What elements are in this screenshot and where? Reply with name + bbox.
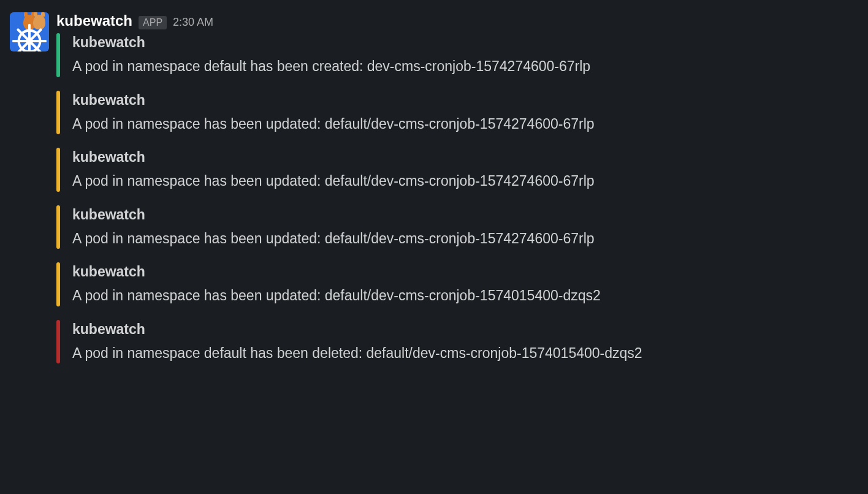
attachment-text: A pod in namespace default has been dele… [72,343,858,364]
attachment-title: kubewatch [72,264,858,280]
attachment-title: kubewatch [72,92,858,108]
attachment: kubewatchA pod in namespace has been upd… [56,205,858,249]
attachment-color-bar [56,148,60,192]
sender-name[interactable]: kubewatch [56,12,132,29]
attachment-text: A pod in namespace has been updated: def… [72,228,858,249]
app-badge: APP [139,16,167,29]
attachment-text: A pod in namespace has been updated: def… [72,170,858,192]
avatar[interactable] [10,12,49,51]
attachment-content: kubewatchA pod in namespace default has … [72,320,858,364]
attachment-title: kubewatch [72,207,858,223]
attachment-text: A pod in namespace has been updated: def… [72,113,858,135]
attachment-title: kubewatch [72,34,858,51]
ship-wheel-icon [12,23,47,51]
attachment-content: kubewatchA pod in namespace has been upd… [72,91,858,135]
attachment-title: kubewatch [72,321,858,338]
attachment-color-bar [56,262,60,306]
attachment: kubewatchA pod in namespace default has … [56,320,858,364]
attachment-color-bar [56,205,60,249]
attachment-color-bar [56,320,60,364]
attachment: kubewatchA pod in namespace has been upd… [56,262,858,306]
attachment-text: A pod in namespace default has been crea… [72,56,858,77]
attachment-content: kubewatchA pod in namespace has been upd… [72,262,858,306]
attachment-title: kubewatch [72,149,858,165]
attachments-list: kubewatchA pod in namespace default has … [56,33,858,363]
message-body: kubewatch APP 2:30 AM kubewatchA pod in … [56,12,858,363]
attachment-text: A pod in namespace has been updated: def… [72,285,858,306]
attachment: kubewatchA pod in namespace has been upd… [56,148,858,192]
timestamp[interactable]: 2:30 AM [173,16,213,29]
attachment-color-bar [56,91,60,135]
attachment-content: kubewatchA pod in namespace has been upd… [72,148,858,192]
attachment-content: kubewatchA pod in namespace has been upd… [72,205,858,249]
attachment: kubewatchA pod in namespace default has … [56,33,858,77]
message-header: kubewatch APP 2:30 AM [56,12,858,29]
attachment-content: kubewatchA pod in namespace default has … [72,33,858,77]
attachment: kubewatchA pod in namespace has been upd… [56,91,858,135]
attachment-color-bar [56,33,60,77]
slack-message: kubewatch APP 2:30 AM kubewatchA pod in … [10,12,858,363]
